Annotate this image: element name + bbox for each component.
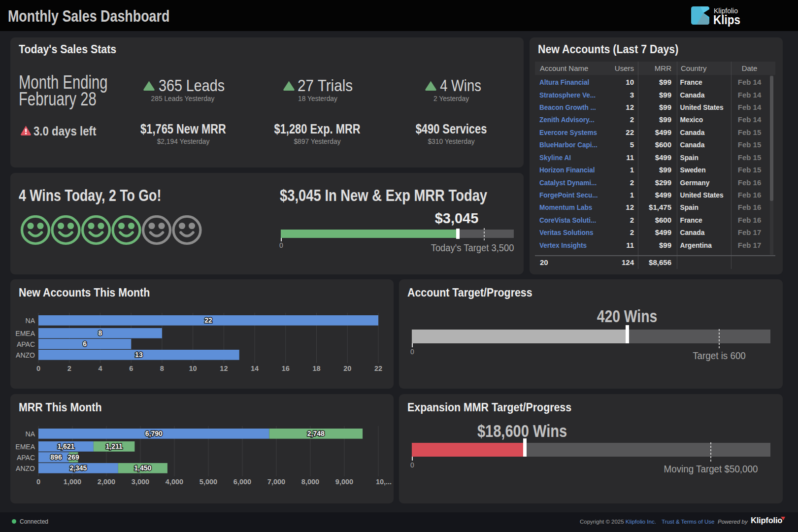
svg-text:2: 2: [67, 365, 71, 372]
svg-text:6,000: 6,000: [233, 478, 251, 486]
svg-text:22: 22: [374, 365, 382, 372]
svg-text:APAC: APAC: [17, 340, 35, 348]
svg-text:6,790: 6,790: [145, 430, 163, 437]
svg-text:8,000: 8,000: [301, 478, 319, 486]
svg-text:NA: NA: [26, 430, 35, 438]
svg-text:ANZO: ANZO: [16, 351, 35, 359]
svg-text:0: 0: [36, 478, 40, 486]
svg-text:12: 12: [220, 365, 228, 372]
svg-text:APAC: APAC: [17, 454, 35, 462]
svg-text:6: 6: [129, 365, 133, 372]
svg-text:8: 8: [99, 329, 102, 337]
svg-text:14: 14: [251, 365, 259, 372]
svg-text:0: 0: [36, 365, 40, 372]
svg-text:20: 20: [343, 365, 351, 372]
svg-text:896: 896: [50, 453, 62, 461]
svg-text:16: 16: [282, 365, 290, 372]
svg-text:1,211: 1,211: [105, 442, 122, 450]
svg-text:NA: NA: [26, 317, 35, 325]
svg-text:1,621: 1,621: [57, 442, 74, 450]
svg-text:18: 18: [312, 365, 320, 372]
svg-text:2,000: 2,000: [98, 478, 115, 486]
svg-text:10,...: 10,...: [376, 478, 392, 486]
svg-text:EMEA: EMEA: [15, 330, 35, 337]
svg-text:5,000: 5,000: [200, 478, 217, 486]
svg-text:2,748: 2,748: [307, 430, 325, 437]
svg-text:ANZO: ANZO: [16, 465, 35, 472]
svg-text:8: 8: [160, 365, 164, 372]
svg-text:7,000: 7,000: [267, 478, 285, 486]
svg-text:EMEA: EMEA: [15, 443, 35, 451]
svg-text:1,000: 1,000: [64, 478, 81, 486]
svg-text:9,000: 9,000: [335, 478, 353, 486]
svg-text:3,000: 3,000: [132, 478, 149, 486]
svg-text:Klips: Klips: [713, 13, 740, 27]
svg-text:4,000: 4,000: [166, 478, 183, 486]
svg-text:1,450: 1,450: [134, 464, 151, 472]
svg-text:6: 6: [83, 340, 87, 348]
svg-text:10: 10: [189, 365, 197, 372]
svg-text:22: 22: [204, 316, 212, 324]
svg-text:13: 13: [135, 351, 143, 359]
svg-text:269: 269: [67, 453, 79, 461]
svg-text:2,345: 2,345: [69, 464, 87, 472]
svg-text:4: 4: [98, 365, 102, 372]
